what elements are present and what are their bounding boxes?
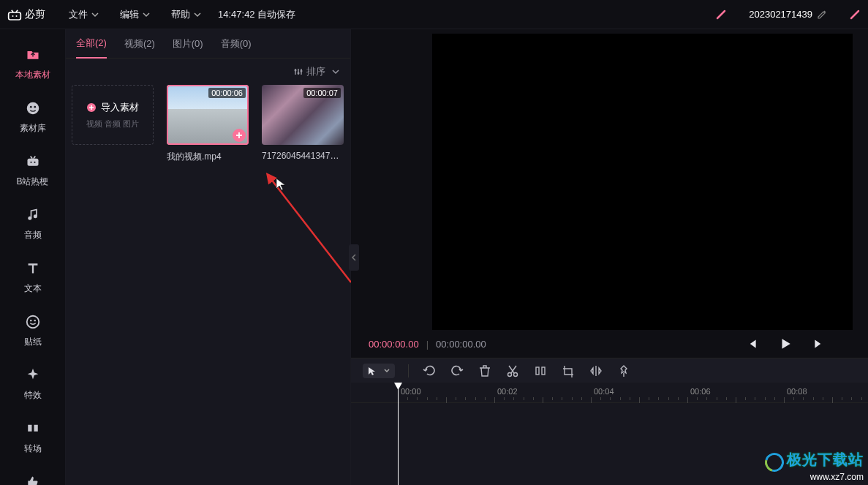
svg-point-10 (33, 214, 37, 218)
menu-help[interactable]: 帮助 (161, 8, 212, 21)
timeline-toolbar (351, 358, 868, 383)
sidebar-item-label: 本地素材 (15, 69, 50, 81)
sidebar-item-audio[interactable]: 音频 (0, 198, 65, 252)
autosave-status: 14:47:42 自动保存 (218, 8, 295, 21)
delete-button[interactable] (478, 364, 492, 378)
asset-name: 我的视频.mp4 (167, 151, 249, 163)
project-name-text: 202302171439 (749, 9, 812, 20)
menu-file-label: 文件 (69, 8, 88, 21)
autosave-label: 自动保存 (257, 9, 295, 20)
sidebar-item-label: 转场 (24, 443, 42, 455)
right-area: 00:00:00.00 | 00:00:00.00 (351, 29, 868, 485)
add-to-timeline-button[interactable] (233, 129, 246, 142)
svg-rect-27 (542, 367, 545, 375)
ruler-mark: 00:02 (497, 387, 518, 396)
sidebar-item-label: B站热梗 (16, 176, 48, 188)
sidebar-item-sanlian[interactable]: 一键三连 (0, 465, 65, 485)
asset-thumbnail[interactable]: 00:00:06 (167, 85, 249, 145)
prev-frame-button[interactable] (745, 337, 758, 350)
sort-button[interactable]: 排序 (293, 65, 340, 78)
asset-name: 7172604544134745… (262, 151, 344, 161)
svg-point-5 (34, 106, 36, 108)
menu-bar: 文件 编辑 帮助 (59, 8, 212, 21)
import-card[interactable]: 导入素材 视频 音频 图片 (72, 85, 154, 163)
chevron-down-icon (193, 10, 202, 19)
svg-point-12 (30, 320, 31, 321)
menu-file[interactable]: 文件 (59, 8, 110, 21)
chevron-left-icon (351, 254, 357, 261)
menu-edit[interactable]: 编辑 (110, 8, 161, 21)
chevron-down-icon (331, 67, 340, 76)
cut-button[interactable] (505, 364, 520, 378)
tv-icon (23, 152, 42, 171)
chevron-down-icon (142, 10, 151, 19)
playhead[interactable] (398, 383, 399, 485)
sidebar-item-local[interactable]: 本地素材 (0, 38, 65, 91)
transition-icon (23, 419, 42, 438)
redo-button[interactable] (450, 364, 464, 378)
ruler-mark: 00:00 (401, 387, 421, 396)
asset-card[interactable]: 00:00:06 我的视频.mp4 (167, 85, 249, 163)
sparkle-icon (23, 366, 42, 385)
svg-point-11 (26, 316, 39, 328)
bilibili-logo-icon (7, 9, 22, 20)
asset-thumbnail[interactable]: 00:00:07 (262, 85, 344, 145)
play-button[interactable] (779, 337, 792, 350)
svg-point-4 (29, 106, 31, 108)
folder-upload-icon (23, 45, 42, 64)
topbar: 必剪 文件 编辑 帮助 14:47:42 自动保存 202302171439 (0, 0, 868, 29)
sidebar-item-bilibili-memes[interactable]: B站热梗 (0, 145, 65, 198)
edit-icon (817, 10, 827, 20)
autosave-time: 14:47:42 (218, 9, 255, 20)
asset-tabs: 全部(2) 视频(2) 图片(0) 音频(0) (66, 29, 350, 59)
music-note-icon (23, 206, 42, 225)
svg-point-7 (30, 162, 31, 163)
timeline[interactable]: 00:00 00:02 00:04 00:06 00:08 (351, 383, 868, 485)
sidebar-item-transition[interactable]: 转场 (0, 412, 65, 465)
ruler-mark: 00:06 (690, 387, 711, 396)
svg-point-25 (514, 372, 518, 376)
svg-rect-15 (34, 425, 37, 432)
sidebar-item-text[interactable]: 文本 (0, 252, 65, 305)
svg-point-1 (12, 15, 13, 16)
thumbs-up-icon (23, 473, 42, 485)
project-name[interactable]: 202302171439 (749, 9, 827, 20)
chevron-down-icon (383, 367, 390, 375)
chevron-down-icon (91, 10, 99, 19)
text-icon (23, 259, 42, 278)
sidebar-item-label: 文本 (24, 282, 42, 295)
undo-button[interactable] (422, 364, 437, 378)
content-pane: 全部(2) 视频(2) 图片(0) 音频(0) 排序 导入素材 视频 音频 图片 (66, 29, 351, 485)
sidebar-item-library[interactable]: 素材库 (0, 91, 65, 145)
import-sub-text: 视频 音频 图片 (86, 119, 139, 129)
asset-grid: 导入素材 视频 音频 图片 00:00:06 我的视频.mp4 00:00:07 (66, 85, 350, 163)
total-time: 00:00:00.00 (436, 339, 486, 350)
tab-image[interactable]: 图片(0) (173, 30, 203, 58)
tab-all[interactable]: 全部(2) (76, 29, 107, 59)
duration-badge: 00:00:06 (208, 88, 246, 98)
next-frame-button[interactable] (812, 337, 826, 350)
mirror-button[interactable] (589, 364, 603, 378)
pin-button[interactable] (616, 364, 631, 378)
sliders-icon (293, 67, 303, 77)
ruler-mark: 00:04 (594, 387, 614, 396)
preview-canvas[interactable] (432, 34, 853, 330)
sidebar-item-label: 素材库 (20, 122, 46, 135)
svg-point-19 (295, 69, 297, 72)
crop-button[interactable] (561, 364, 575, 378)
svg-rect-14 (28, 425, 31, 432)
plus-circle-icon (86, 102, 97, 113)
svg-point-13 (34, 320, 35, 321)
annotation-arrow (263, 173, 366, 290)
tool-select-group[interactable] (363, 364, 395, 378)
svg-point-24 (508, 372, 512, 376)
timeline-ruler[interactable]: 00:00 00:02 00:04 00:06 00:08 (351, 383, 868, 403)
svg-rect-6 (27, 159, 38, 166)
split-button[interactable] (533, 364, 548, 378)
sidebar-item-sticker[interactable]: 贴纸 (0, 305, 65, 358)
sidebar-item-effects[interactable]: 特效 (0, 358, 65, 412)
collapse-handle[interactable] (349, 244, 359, 271)
tab-video[interactable]: 视频(2) (124, 30, 155, 58)
tab-audio[interactable]: 音频(0) (221, 30, 252, 58)
asset-card[interactable]: 00:00:07 7172604544134745… (262, 85, 344, 163)
